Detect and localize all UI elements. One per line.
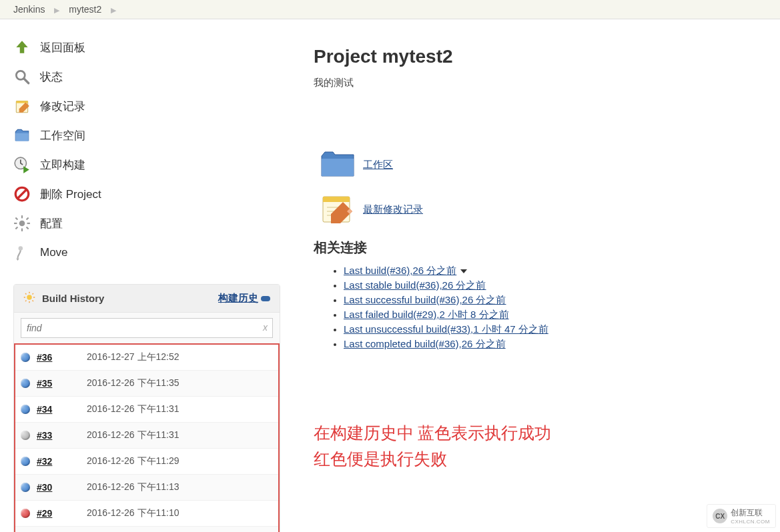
breadcrumb-project[interactable]: mytest2 [69, 4, 101, 15]
notepad-icon [13, 97, 40, 115]
breadcrumb: Jenkins ▶ mytest2 ▶ [0, 0, 780, 19]
build-time: 2016-12-26 下午11:31 [87, 403, 179, 415]
task-configure[interactable]: 配置 [13, 209, 280, 238]
task-move[interactable]: Move [13, 238, 280, 267]
task-delete-project[interactable]: 删除 Project [13, 179, 280, 209]
prohibit-icon [13, 185, 40, 203]
related-link[interactable]: Last failed build(#29),2 小时 8 分之前 [344, 309, 509, 320]
task-label: 修改记录 [40, 99, 85, 114]
build-history-row[interactable]: #292016-12-26 下午11:10 [15, 501, 278, 527]
svg-line-24 [25, 301, 27, 302]
svg-rect-10 [27, 223, 30, 224]
svg-rect-8 [21, 229, 23, 231]
build-number-link[interactable]: #29 [37, 508, 73, 519]
breadcrumb-root[interactable]: Jenkins [13, 4, 45, 15]
folder-icon [13, 127, 40, 144]
build-history-trend-link[interactable]: 构建历史 [218, 292, 270, 305]
build-history-row[interactable]: #352016-12-26 下午11:35 [15, 371, 278, 397]
related-link[interactable]: Last completed build(#36),26 分之前 [344, 338, 506, 349]
task-workspace[interactable]: 工作空间 [13, 121, 280, 150]
svg-line-23 [33, 293, 34, 295]
task-label: 状态 [40, 69, 63, 85]
clock-play-icon [13, 156, 40, 173]
status-ball-icon [21, 509, 30, 518]
build-history-search-input[interactable] [21, 318, 273, 338]
related-links-heading: 相关连接 [314, 239, 767, 257]
svg-point-6 [19, 221, 25, 227]
build-history-list: #362016-12-27 上午12:52#352016-12-26 下午11:… [14, 343, 280, 532]
status-ball-icon [21, 483, 30, 492]
status-ball-icon [21, 405, 30, 414]
task-label: Move [40, 246, 68, 259]
related-links-list: Last build(#36),26 分之前Last stable build(… [344, 265, 767, 351]
chevron-down-icon[interactable] [460, 269, 467, 273]
task-back-to-dashboard[interactable]: 返回面板 [13, 33, 280, 62]
build-number-link[interactable]: #36 [37, 352, 73, 363]
related-link[interactable]: Last successful build(#36),26 分之前 [344, 294, 506, 305]
svg-rect-12 [26, 227, 29, 230]
list-item: Last stable build(#36),26 分之前 [344, 279, 767, 292]
build-time: 2016-12-26 下午11:10 [87, 507, 179, 519]
list-item: Last successful build(#36),26 分之前 [344, 294, 767, 307]
list-item: Last completed build(#36),26 分之前 [344, 338, 767, 351]
svg-line-22 [33, 301, 34, 302]
related-link[interactable]: Last stable build(#36),26 分之前 [344, 279, 486, 291]
changes-link-row[interactable]: 最新修改记录 [320, 193, 767, 227]
main-panel: Project mytest2 我的测试 工作区 最新修改记录 相关连接 Las… [294, 19, 780, 532]
task-label: 删除 Project [40, 187, 101, 202]
build-history-row[interactable]: #282016-12-26 下午11:07 [15, 527, 278, 532]
related-link[interactable]: Last build(#36),26 分之前 [344, 265, 456, 276]
up-arrow-icon [13, 39, 40, 56]
task-status[interactable]: 状态 [13, 62, 280, 91]
build-number-link[interactable]: #34 [37, 404, 73, 415]
build-history-row[interactable]: #302016-12-26 下午11:13 [15, 475, 278, 501]
list-item: Last failed build(#29),2 小时 8 分之前 [344, 309, 767, 321]
chevron-right-icon: ▶ [111, 6, 116, 14]
svg-rect-11 [15, 217, 19, 221]
task-changes[interactable]: 修改记录 [13, 91, 280, 121]
build-history-row[interactable]: #362016-12-27 上午12:52 [15, 345, 278, 371]
build-number-link[interactable]: #30 [37, 482, 73, 493]
build-number-link[interactable]: #35 [37, 378, 73, 389]
status-ball-icon [21, 431, 30, 440]
list-item: Last unsuccessful build(#33),1 小时 47 分之前 [344, 323, 767, 336]
move-icon [13, 244, 40, 261]
build-time: 2016-12-26 下午11:13 [87, 481, 179, 493]
build-number-link[interactable]: #33 [37, 430, 73, 441]
task-build-now[interactable]: 立即构建 [13, 150, 280, 179]
trend-badge-icon [261, 296, 270, 301]
svg-line-5 [18, 190, 27, 199]
build-history-search: x [14, 313, 280, 343]
watermark: CX 创新互联 CXHLCN.COM [707, 504, 776, 528]
watermark-logo-icon: CX [713, 509, 727, 523]
svg-rect-9 [14, 223, 17, 224]
notepad-large-icon [320, 193, 355, 227]
svg-rect-7 [21, 215, 23, 218]
related-link[interactable]: Last unsuccessful build(#33),1 小时 47 分之前 [344, 323, 548, 335]
build-history-header: Build History 构建历史 [14, 285, 280, 313]
svg-point-16 [27, 295, 32, 300]
build-history-row[interactable]: #322016-12-26 下午11:29 [15, 449, 278, 475]
build-history-row[interactable]: #332016-12-26 下午11:31 [15, 423, 278, 449]
changes-link[interactable]: 最新修改记录 [363, 203, 423, 216]
workspace-link[interactable]: 工作区 [363, 159, 393, 171]
build-number-link[interactable]: #32 [37, 456, 73, 467]
svg-line-21 [25, 293, 27, 295]
task-label: 立即构建 [40, 157, 85, 173]
build-history-panel: Build History 构建历史 x #362016-12-27 上午12:… [13, 284, 280, 532]
annotation-text: 在构建历史中 蓝色表示执行成功 红色便是执行失败 [314, 421, 767, 473]
list-item: Last build(#36),26 分之前 [344, 265, 767, 277]
task-label: 配置 [40, 216, 63, 231]
build-history-row[interactable]: #342016-12-26 下午11:31 [15, 397, 278, 423]
clear-icon[interactable]: x [263, 322, 268, 333]
gear-icon [13, 215, 40, 232]
svg-rect-26 [323, 197, 350, 202]
search-icon [13, 68, 40, 85]
svg-line-1 [24, 79, 29, 83]
page-title: Project mytest2 [314, 46, 767, 67]
side-panel: 返回面板 状态 修改记录 工作空间 立即构建 [0, 19, 294, 532]
workspace-link-row[interactable]: 工作区 [320, 149, 767, 181]
status-ball-icon [21, 457, 30, 466]
task-label: 工作空间 [40, 128, 85, 143]
chevron-right-icon: ▶ [54, 6, 59, 14]
